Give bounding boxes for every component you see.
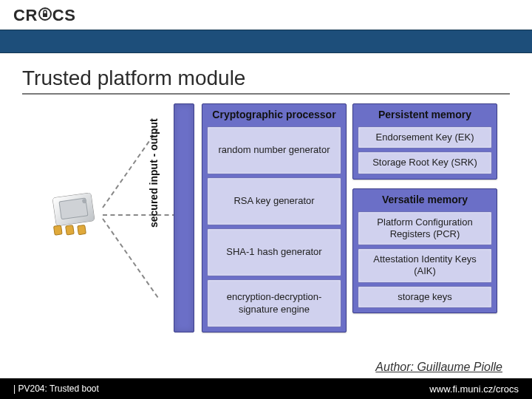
crypto-processor-header: Cryptographic processor: [207, 107, 341, 123]
svg-rect-4: [54, 225, 63, 235]
crypto-item-engine: encryption-decryption-signature engine: [207, 279, 341, 327]
svg-rect-5: [66, 225, 75, 235]
versatile-memory-header: Versatile memory: [358, 192, 492, 208]
vm-item-pcr: Platform Configuration Registers (PCR): [358, 211, 492, 246]
pm-item-srk: Storage Root Key (SRK): [358, 151, 492, 174]
io-label: secured input - output: [148, 118, 160, 228]
persistent-memory-header: Persistent memory: [358, 107, 492, 123]
tpm-diagram: secured input - output Cryptographic pro…: [44, 103, 502, 340]
chip-icon: [44, 185, 103, 236]
connector-lines: [100, 103, 177, 332]
footer-right: www.fi.muni.cz/crocs: [429, 383, 519, 395]
logo-lock-icon: [38, 7, 52, 21]
svg-rect-1: [43, 13, 47, 17]
crypto-item-rng: random number generator: [207, 126, 341, 174]
vm-item-storage: storage keys: [358, 286, 492, 308]
pm-item-ek: Endorsement Key (EK): [358, 126, 492, 149]
header-band: [0, 30, 532, 53]
crypto-processor-group: Cryptographic processor random number ge…: [202, 103, 347, 332]
crypto-item-sha1: SHA-1 hash generator: [207, 228, 341, 276]
title-area: Trusted platform module: [0, 53, 532, 102]
crypto-item-rsa: RSA key generator: [207, 177, 341, 225]
author-credit: Author: Guillaume Piolle: [375, 361, 502, 374]
logo: CR CS: [13, 6, 519, 25]
persistent-memory-group: Persistent memory Endorsement Key (EK) S…: [352, 103, 497, 180]
svg-rect-6: [78, 225, 86, 234]
vm-item-aik: Attestation Identity Keys (AIK): [358, 248, 492, 283]
footer-left: | PV204: Trusted boot: [13, 383, 99, 394]
footer: | PV204: Trusted boot www.fi.muni.cz/cro…: [0, 378, 532, 399]
versatile-memory-group: Versatile memory Platform Configuration …: [352, 188, 497, 313]
slide-title: Trusted platform module: [22, 66, 510, 95]
header-bar: CR CS: [0, 0, 532, 30]
io-bar: [174, 103, 194, 332]
